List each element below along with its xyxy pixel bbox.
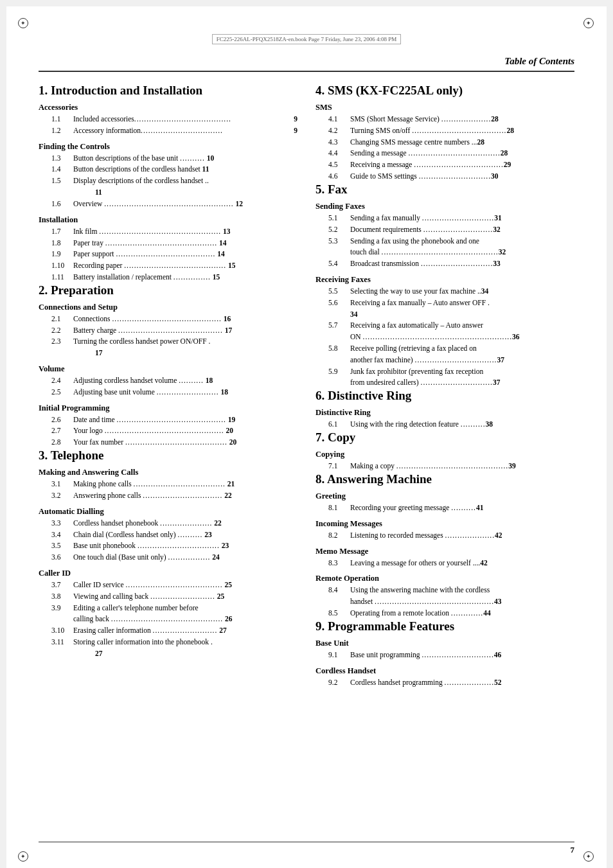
subsection-greeting: Greeting — [315, 492, 574, 501]
toc-entry-3-4: 3.4 Chain dial (Cordless handset only) .… — [39, 529, 298, 541]
toc-content: 1. Introduction and Installation Accesso… — [39, 84, 574, 688]
toc-entry-5-9: 5.9 Junk fax prohibitor (preventing fax … — [315, 366, 574, 389]
section-4-heading: 4. SMS (KX-FC225AL only) — [315, 84, 574, 98]
toc-entry-3-5: 3.5 Base unit phonebook ................… — [39, 540, 298, 552]
page: ✦ ✦ ✦ ✦ FC225-226AL-PFQX2518ZA-en.book P… — [6, 6, 607, 868]
toc-entry-1-8: 1.8 Paper tray .........................… — [39, 238, 298, 249]
toc-entry-2-1: 2.1 Connections ........................… — [39, 314, 298, 325]
toc-entry-2-2: 2.2 Battery charge .....................… — [39, 325, 298, 337]
toc-entry-7-1: 7.1 Making a copy ......................… — [315, 461, 574, 472]
toc-entry-3-7: 3.7 Caller ID service ..................… — [39, 580, 298, 591]
page-number: 7 — [571, 845, 575, 855]
subsection-connections: Connections and Setup — [39, 303, 298, 312]
toc-entry-2-5: 2.5 Adjusting base unit volume .........… — [39, 387, 298, 398]
toc-entry-2-4: 2.4 Adjusting cordless handset volume ..… — [39, 375, 298, 387]
subsection-distinctive-ring: Distinctive Ring — [315, 408, 574, 418]
corner-mark-tl: ✦ — [18, 18, 30, 30]
toc-entry-9-1: 9.1 Base unit programming ..............… — [315, 650, 574, 661]
toc-entry-8-5: 8.5 Operating from a remote location ...… — [315, 608, 574, 619]
toc-entry-9-2: 9.2 Cordless handset programming .......… — [315, 677, 574, 689]
toc-entry-3-2: 3.2 Answering phone calls ..............… — [39, 490, 298, 502]
page-title: Table of Contents — [504, 56, 574, 67]
section-5-heading: 5. Fax — [315, 182, 574, 197]
toc-entry-1-10: 1.10 Recording paper ...................… — [39, 260, 298, 272]
toc-entry-4-2: 4.2 Turning SMS on/off .................… — [315, 125, 574, 137]
section-6: 6. Distinctive Ring Distinctive Ring 6.1… — [315, 389, 574, 430]
toc-entry-2-6: 2.6 Date and time ......................… — [39, 414, 298, 426]
section-9: 9. Programmable Features Base Unit 9.1 B… — [315, 619, 574, 689]
page-header: Table of Contents — [39, 56, 574, 72]
section-1-heading: 1. Introduction and Installation — [39, 84, 298, 98]
footer-bar — [39, 842, 574, 843]
toc-entry-1-9: 1.9 Paper support ......................… — [39, 249, 298, 260]
toc-entry-1-2: 1.2 Accessory information...............… — [39, 125, 298, 137]
toc-entry-1-7: 1.7 Ink film ...........................… — [39, 226, 298, 238]
corner-circle-tl: ✦ — [18, 18, 28, 28]
subsection-cordless-handset: Cordless Handset — [315, 666, 574, 676]
section-2-heading: 2. Preparation — [39, 283, 298, 297]
toc-entry-3-10: 3.10 Erasing caller information ........… — [39, 625, 298, 637]
subsection-installation: Installation — [39, 215, 298, 225]
toc-entry-8-1: 8.1 Recording your greeting message ....… — [315, 502, 574, 514]
toc-entry-2-3: 2.3 Turning the cordless handset power O… — [39, 336, 298, 359]
toc-entry-5-5: 5.5 Selecting the way to use your fax ma… — [315, 286, 574, 297]
toc-entry-5-7: 5.7 Receiving a fax automatically – Auto… — [315, 320, 574, 343]
subsection-volume: Volume — [39, 364, 298, 374]
toc-entry-3-9: 3.9 Editing a caller's telephone number … — [39, 603, 298, 626]
toc-entry-4-3: 4.3 Changing SMS message centre numbers … — [315, 137, 574, 148]
subsection-init-programming: Initial Programming — [39, 403, 298, 413]
section-8: 8. Answering Machine Greeting 8.1 Record… — [315, 472, 574, 619]
subsection-receiving-faxes: Receiving Faxes — [315, 275, 574, 285]
toc-entry-8-3: 8.3 Leaving a message for others or your… — [315, 558, 574, 569]
corner-mark-bl: ✦ — [18, 851, 30, 863]
section-2: 2. Preparation Connections and Setup 2.1… — [39, 283, 298, 448]
left-column: 1. Introduction and Installation Accesso… — [39, 84, 298, 688]
toc-entry-5-3: 5.3 Sending a fax using the phonebook an… — [315, 236, 574, 259]
toc-entry-6-1: 6.1 Using with the ring detection featur… — [315, 419, 574, 430]
subsection-remote-operation: Remote Operation — [315, 574, 574, 583]
section-5: 5. Fax Sending Faxes 5.1 Sending a fax m… — [315, 182, 574, 389]
toc-entry-4-6: 4.6 Guide to SMS settings ..............… — [315, 171, 574, 182]
toc-entry-1-3: 1.3 Button descriptions of the base unit… — [39, 153, 298, 164]
corner-mark-tr: ✦ — [583, 18, 595, 30]
toc-entry-5-1: 5.1 Sending a fax manually .............… — [315, 213, 574, 224]
toc-entry-5-4: 5.4 Broadcast transmission .............… — [315, 258, 574, 270]
subsection-sending-faxes: Sending Faxes — [315, 202, 574, 211]
toc-entry-5-6: 5.6 Receiving a fax manually – Auto answ… — [315, 297, 574, 321]
subsection-auto-dialling: Automatic Dialling — [39, 507, 298, 517]
toc-entry-1-5: 1.5 Display descriptions of the cordless… — [39, 175, 298, 199]
toc-entry-4-1: 4.1 SMS (Short Message Service) ........… — [315, 114, 574, 125]
subsection-incoming-messages: Incoming Messages — [315, 519, 574, 529]
subsection-making-calls: Making and Answering Calls — [39, 468, 298, 477]
subsection-sms: SMS — [315, 103, 574, 112]
corner-circle-tr: ✦ — [583, 18, 594, 28]
toc-entry-1-1: 1.1 Included accessories................… — [39, 114, 298, 125]
section-3-heading: 3. Telephone — [39, 448, 298, 463]
subsection-memo-message: Memo Message — [315, 547, 574, 556]
subsection-finding-controls: Finding the Controls — [39, 142, 298, 152]
section-7: 7. Copy Copying 7.1 Making a copy ......… — [315, 430, 574, 472]
toc-entry-4-4: 4.4 Sending a message ..................… — [315, 148, 574, 159]
toc-entry-1-4: 1.4 Button descriptions of the cordless … — [39, 164, 298, 175]
toc-entry-3-11: 3.11 Storing caller information into the… — [39, 637, 298, 660]
section-1: 1. Introduction and Installation Accesso… — [39, 84, 298, 283]
toc-entry-5-2: 5.2 Document requirements ..............… — [315, 224, 574, 236]
section-4: 4. SMS (KX-FC225AL only) SMS 4.1 SMS (Sh… — [315, 84, 574, 182]
corner-circle-bl: ✦ — [18, 851, 28, 862]
toc-entry-4-5: 4.5 Receiving a message ................… — [315, 159, 574, 171]
subsection-base-unit: Base Unit — [315, 639, 574, 648]
toc-entry-8-2: 8.2 Listening to recorded messages .....… — [315, 530, 574, 542]
corner-circle-br: ✦ — [583, 851, 594, 862]
toc-entry-5-8: 5.8 Receive polling (retrieving a fax pl… — [315, 343, 574, 366]
toc-entry-1-6: 1.6 Overview ...........................… — [39, 199, 298, 210]
corner-mark-br: ✦ — [583, 851, 595, 863]
section-7-heading: 7. Copy — [315, 430, 574, 445]
subsection-accessories: Accessories — [39, 103, 298, 112]
section-8-heading: 8. Answering Machine — [315, 472, 574, 486]
section-3: 3. Telephone Making and Answering Calls … — [39, 448, 298, 660]
toc-entry-3-6: 3.6 One touch dial (Base unit only) ....… — [39, 552, 298, 563]
toc-entry-2-8: 2.8 Your fax number ....................… — [39, 437, 298, 448]
right-column: 4. SMS (KX-FC225AL only) SMS 4.1 SMS (Sh… — [315, 84, 574, 688]
section-6-heading: 6. Distinctive Ring — [315, 389, 574, 403]
toc-entry-1-11: 1.11 Battery installation / replacement … — [39, 272, 298, 283]
